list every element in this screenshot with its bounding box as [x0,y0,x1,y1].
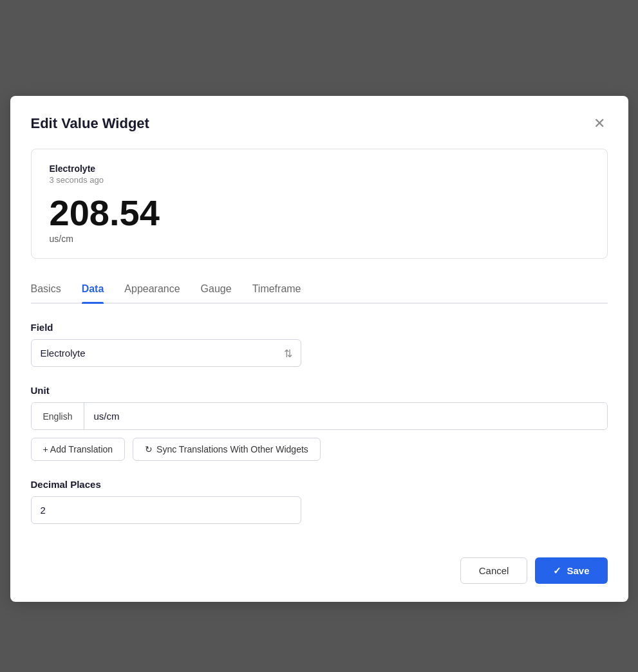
edit-value-widget-modal: Edit Value Widget ✕ Electrolyte 3 second… [10,96,628,602]
add-translation-button[interactable]: + Add Translation [31,438,126,461]
field-section: Field Electrolyte ⇅ [31,322,608,367]
decimal-places-section: Decimal Places [31,479,608,524]
tab-basics[interactable]: Basics [31,277,61,303]
check-icon: ✓ [553,565,561,577]
close-icon: ✕ [594,115,605,131]
preview-timestamp: 3 seconds ago [50,175,589,185]
field-label: Field [31,322,608,333]
unit-row: English [31,402,608,430]
sync-label: Sync Translations With Other Widgets [156,444,308,454]
tab-appearance[interactable]: Appearance [124,277,180,303]
preview-value: 208.54 [50,195,589,231]
modal-header: Edit Value Widget ✕ [31,114,608,133]
sync-translations-button[interactable]: ↻ Sync Translations With Other Widgets [133,438,321,461]
preview-unit: us/cm [50,234,589,244]
tab-data[interactable]: Data [82,277,104,303]
preview-card: Electrolyte 3 seconds ago 208.54 us/cm [31,149,608,259]
unit-section: Unit English + Add Translation ↻ Sync Tr… [31,385,608,461]
save-label: Save [567,565,589,576]
sync-icon: ↻ [145,444,153,454]
field-select-wrapper: Electrolyte ⇅ [31,339,301,367]
save-button[interactable]: ✓ Save [535,557,607,584]
modal-footer: Cancel ✓ Save [31,545,608,584]
unit-label: Unit [31,385,608,396]
tab-timeframe[interactable]: Timeframe [252,277,301,303]
translation-buttons: + Add Translation ↻ Sync Translations Wi… [31,438,608,461]
decimal-places-label: Decimal Places [31,479,608,490]
decimal-places-input[interactable] [31,496,301,524]
modal-title: Edit Value Widget [31,115,149,132]
tab-gauge[interactable]: Gauge [201,277,232,303]
cancel-button[interactable]: Cancel [460,557,528,584]
unit-language: English [32,403,85,429]
preview-sensor-name: Electrolyte [50,163,589,174]
tabs-bar: Basics Data Appearance Gauge Timeframe [31,277,608,304]
field-select[interactable]: Electrolyte [31,339,301,367]
close-button[interactable]: ✕ [591,114,608,133]
unit-input[interactable] [84,403,606,429]
add-translation-label: + Add Translation [43,444,113,454]
